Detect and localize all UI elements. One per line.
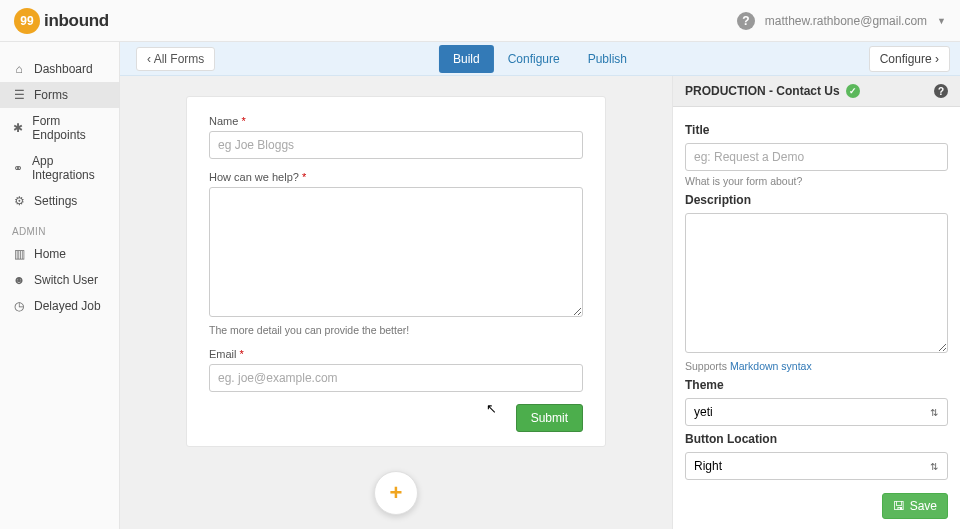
field-label: Name * <box>209 115 583 127</box>
list-icon: ☰ <box>12 88 26 102</box>
sidebar-item-label: Dashboard <box>34 62 93 76</box>
sidebar-admin-heading: ADMIN <box>0 214 119 241</box>
panel-body: Title What is your form about? Descripti… <box>673 107 960 529</box>
topbar-right: ? matthew.rathbone@gmail.com ▼ <box>737 12 946 30</box>
tab-build[interactable]: Build <box>439 45 494 73</box>
submit-button[interactable]: Submit <box>516 404 583 432</box>
code-icon: ✱ <box>12 121 24 135</box>
sidebar-item-label: Switch User <box>34 273 98 287</box>
sidebar-item-delayed-job[interactable]: ◷ Delayed Job <box>0 293 119 319</box>
all-forms-button[interactable]: ‹ All Forms <box>136 47 215 71</box>
clock-icon: ◷ <box>12 299 26 313</box>
markdown-link[interactable]: Markdown syntax <box>730 360 812 372</box>
sidebar-item-label: App Integrations <box>32 154 107 182</box>
sidebar-item-settings[interactable]: ⚙ Settings <box>0 188 119 214</box>
sidebar-item-endpoints[interactable]: ✱ Form Endpoints <box>0 108 119 148</box>
theme-label: Theme <box>685 378 948 392</box>
email-input[interactable] <box>209 364 583 392</box>
help-icon[interactable]: ? <box>737 12 755 30</box>
logo-text: inbound <box>44 11 109 31</box>
panel-help-icon[interactable]: ? <box>934 84 948 98</box>
save-icon: 🖫 <box>893 499 905 513</box>
plus-icon: + <box>390 480 403 506</box>
description-help: Supports Markdown syntax <box>685 360 948 372</box>
sidebar-item-integrations[interactable]: ⚭ App Integrations <box>0 148 119 188</box>
field-label: Email * <box>209 348 583 360</box>
plug-icon: ⚭ <box>12 161 24 175</box>
help-textarea[interactable] <box>209 187 583 317</box>
sidebar-item-admin-home[interactable]: ▥ Home <box>0 241 119 267</box>
sidebar: ⌂ Dashboard ☰ Forms ✱ Form Endpoints ⚭ A… <box>0 42 120 529</box>
home-icon: ⌂ <box>12 62 26 76</box>
chevron-right-icon: › <box>932 52 939 66</box>
sidebar-item-switch-user[interactable]: ☻ Switch User <box>0 267 119 293</box>
form-preview-card[interactable]: Name * How can we help? * The more detai… <box>186 96 606 447</box>
panel-env-label: PRODUCTION - Contact Us <box>685 84 840 98</box>
title-label: Title <box>685 123 948 137</box>
save-button[interactable]: 🖫 Save <box>882 493 948 519</box>
sidebar-item-label: Form Endpoints <box>32 114 107 142</box>
button-location-label: Button Location <box>685 432 948 446</box>
title-input[interactable] <box>685 143 948 171</box>
description-label: Description <box>685 193 948 207</box>
title-help: What is your form about? <box>685 175 948 187</box>
settings-panel: PRODUCTION - Contact Us ✓ ? Title What i… <box>672 76 960 529</box>
logo[interactable]: 99 inbound <box>14 8 109 34</box>
name-input[interactable] <box>209 131 583 159</box>
theme-select[interactable]: yeti <box>685 398 948 426</box>
description-textarea[interactable] <box>685 213 948 353</box>
logo-badge: 99 <box>14 8 40 34</box>
gear-icon: ⚙ <box>12 194 26 208</box>
field-name[interactable]: Name * <box>209 115 583 159</box>
user-email[interactable]: matthew.rathbone@gmail.com <box>765 14 927 28</box>
sidebar-item-dashboard[interactable]: ⌂ Dashboard <box>0 56 119 82</box>
sidebar-item-label: Home <box>34 247 66 261</box>
sidebar-item-label: Forms <box>34 88 68 102</box>
configure-button[interactable]: Configure › <box>869 46 950 72</box>
form-canvas: Name * How can we help? * The more detai… <box>120 76 672 529</box>
tabbar: ‹ All Forms Build Configure Publish Conf… <box>120 42 960 76</box>
sidebar-item-label: Delayed Job <box>34 299 101 313</box>
field-email[interactable]: Email * <box>209 348 583 392</box>
builder-tabs: Build Configure Publish <box>439 45 641 73</box>
tab-configure[interactable]: Configure <box>494 45 574 73</box>
sidebar-item-forms[interactable]: ☰ Forms <box>0 82 119 108</box>
panel-header: PRODUCTION - Contact Us ✓ ? <box>673 76 960 107</box>
field-help[interactable]: How can we help? * The more detail you c… <box>209 171 583 336</box>
field-label: How can we help? * <box>209 171 583 183</box>
topbar: 99 inbound ? matthew.rathbone@gmail.com … <box>0 0 960 42</box>
user-icon: ☻ <box>12 273 26 287</box>
sidebar-item-label: Settings <box>34 194 77 208</box>
tab-publish[interactable]: Publish <box>574 45 641 73</box>
button-location-select[interactable]: Right <box>685 452 948 480</box>
check-icon: ✓ <box>846 84 860 98</box>
field-help-text: The more detail you can provide the bett… <box>209 324 583 336</box>
add-field-button[interactable]: + <box>374 471 418 515</box>
chart-icon: ▥ <box>12 247 26 261</box>
chevron-left-icon: ‹ <box>147 52 154 66</box>
main: ‹ All Forms Build Configure Publish Conf… <box>120 42 960 529</box>
caret-down-icon[interactable]: ▼ <box>937 16 946 26</box>
